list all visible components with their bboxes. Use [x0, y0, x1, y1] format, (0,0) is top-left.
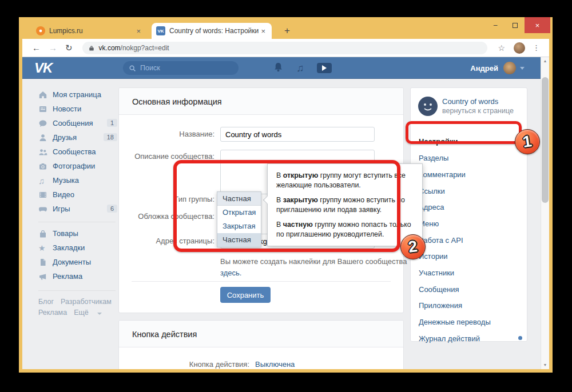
- group-name-link[interactable]: Country of words: [442, 97, 498, 106]
- film-icon: [38, 190, 47, 199]
- minimize-button[interactable]: –: [486, 17, 505, 33]
- sidebar-item-documents[interactable]: Документы: [31, 255, 118, 270]
- tab-close-icon[interactable]: ×: [134, 27, 142, 35]
- vk-search-box[interactable]: [123, 61, 239, 75]
- close-window-button[interactable]: ×: [525, 17, 550, 33]
- scroll-down-icon[interactable]: ▼: [541, 361, 549, 369]
- star-icon: ★: [38, 243, 47, 253]
- sidebar-item-photos[interactable]: Фотографии: [31, 159, 118, 174]
- settings-menu-item-stories[interactable]: Истории: [419, 252, 448, 261]
- dropdown-selected-value[interactable]: Частная: [217, 192, 261, 206]
- group-name-input[interactable]: [220, 127, 375, 142]
- action-button-value[interactable]: Выключена: [255, 360, 295, 369]
- settings-menu-item-settings[interactable]: Настройки: [419, 137, 458, 146]
- footer-link-more[interactable]: Ещё: [74, 309, 89, 317]
- badge: 6: [107, 205, 117, 213]
- group-type-dropdown: Частная Открытая Закрытая Частная: [217, 191, 261, 247]
- vk-logo[interactable]: VK: [34, 60, 52, 76]
- bookmark-star-icon[interactable]: ☆: [498, 43, 505, 53]
- section-title: Основная информация: [132, 97, 222, 106]
- settings-menu-item-members[interactable]: Участники: [419, 269, 454, 277]
- browser-window: Lumpics.ru × VK Country of words: Настро…: [19, 17, 553, 373]
- tab-lumpics[interactable]: Lumpics.ru ×: [31, 23, 147, 39]
- tooltip-paragraph: В частную группу можно попасть только по…: [276, 220, 414, 239]
- settings-menu-item-api[interactable]: Работа с API: [419, 236, 463, 245]
- url-host: vk.com: [99, 44, 121, 52]
- browser-titlebar: Lumpics.ru × VK Country of words: Настро…: [19, 17, 553, 39]
- scrollbar-thumb[interactable]: [542, 77, 549, 203]
- dropdown-option-closed[interactable]: Закрытая: [217, 219, 261, 233]
- document-icon: [38, 258, 47, 267]
- settings-menu-item-comments[interactable]: Комментарии: [419, 170, 466, 179]
- settings-menu-item-messages[interactable]: Сообщения: [419, 285, 459, 294]
- name-label: Название:: [108, 130, 214, 138]
- footer-link-ads[interactable]: Реклама: [38, 309, 67, 317]
- settings-menu-card: Country of words вернуться к странице На…: [410, 87, 527, 342]
- sidebar-item-my-page[interactable]: Моя страница: [31, 88, 118, 102]
- gamepad-icon: [38, 205, 47, 214]
- vk-header-icons: ♫: [273, 57, 344, 79]
- group-type-label: Тип группы:: [108, 195, 214, 203]
- card-header: Основная информация: [119, 88, 403, 115]
- back-to-page-link[interactable]: вернуться к странице: [442, 107, 514, 115]
- sidebar-item-market[interactable]: Товары: [31, 227, 118, 241]
- sidebar-divider: [38, 222, 116, 222]
- sidebar-item-music[interactable]: ♫ Музыка: [31, 174, 118, 188]
- settings-menu-item-sections[interactable]: Разделы: [419, 154, 448, 162]
- dropdown-option-private[interactable]: Частная: [217, 233, 261, 247]
- tab-title: Lumpics.ru: [49, 27, 134, 35]
- search-input[interactable]: [140, 64, 226, 72]
- maximize-button[interactable]: [505, 17, 525, 33]
- group-avatar[interactable]: [418, 97, 438, 116]
- footer-link-blog[interactable]: Блог: [38, 298, 54, 306]
- sidebar-item-bookmarks[interactable]: ★ Закладки: [31, 241, 118, 255]
- browser-toolbar: ← → ↻ vk.com/nokgp?act=edit ☆ ⋮: [22, 39, 549, 57]
- music-note-icon: ♫: [38, 176, 47, 185]
- sidebar-item-news[interactable]: Новости: [31, 102, 118, 117]
- scroll-up-icon[interactable]: ▲: [541, 57, 549, 65]
- music-icon[interactable]: ♫: [296, 62, 304, 74]
- footer-link-developers[interactable]: Разработчикам: [61, 298, 112, 306]
- section-title: Кнопка действия: [132, 330, 197, 339]
- settings-menu-item-log[interactable]: Журнал действий: [419, 334, 480, 343]
- sidebar-item-ads[interactable]: Реклама: [31, 270, 118, 284]
- dropdown-option-open[interactable]: Открытая: [217, 206, 261, 219]
- browser-menu-icon[interactable]: ⋮: [533, 43, 540, 52]
- messages-icon: [38, 119, 47, 128]
- back-button[interactable]: ←: [32, 43, 41, 53]
- sidebar-item-friends[interactable]: Друзья18: [31, 131, 118, 145]
- tab-title: Country of words: Настройки: [169, 27, 259, 35]
- sidebar-divider: [38, 290, 116, 291]
- save-button[interactable]: Сохранить: [220, 287, 271, 303]
- vk-user-menu[interactable]: Андрей: [470, 57, 525, 79]
- stickers-link[interactable]: здесь.: [220, 269, 241, 277]
- new-tab-button[interactable]: +: [280, 24, 294, 38]
- browser-profile-avatar[interactable]: [514, 42, 525, 54]
- play-triangle-icon: [322, 65, 327, 71]
- vk-header: VK ♫ Андрей: [22, 57, 541, 79]
- vk-favicon-icon: VK: [156, 26, 165, 35]
- chrome-body: ← → ↻ vk.com/nokgp?act=edit ☆ ⋮ VK: [22, 39, 549, 369]
- notifications-bell-icon[interactable]: [273, 62, 284, 75]
- megaphone-icon: [38, 272, 47, 281]
- description-label: Описание сообщества:: [108, 152, 214, 161]
- reload-button[interactable]: ↻: [65, 43, 73, 53]
- card-header: Кнопка действия: [119, 321, 403, 347]
- forward-button[interactable]: →: [49, 43, 57, 53]
- sidebar-item-games[interactable]: Игры6: [31, 202, 118, 217]
- action-button-label: Кнопка действия:: [108, 360, 249, 369]
- chevron-down-icon: [97, 313, 102, 315]
- settings-menu-item-money[interactable]: Денежные переводы: [419, 318, 491, 326]
- address-bar[interactable]: vk.com/nokgp?act=edit: [82, 42, 488, 54]
- sidebar-item-video[interactable]: Видео: [31, 188, 118, 202]
- video-play-icon[interactable]: [317, 63, 332, 73]
- tab-vk-settings[interactable]: VK Country of words: Настройки ×: [152, 23, 272, 39]
- settings-menu-item-apps[interactable]: Приложения: [419, 301, 462, 310]
- badge: 1: [107, 119, 117, 127]
- page-scrollbar[interactable]: ▲ ▼: [541, 57, 549, 369]
- sidebar-item-messages[interactable]: Сообщения1: [31, 117, 118, 131]
- tab-close-icon[interactable]: ×: [259, 27, 267, 35]
- shopping-bag-icon: [38, 229, 47, 238]
- vk-user-name: Андрей: [470, 64, 498, 73]
- sidebar-item-communities[interactable]: Сообщества: [31, 145, 118, 159]
